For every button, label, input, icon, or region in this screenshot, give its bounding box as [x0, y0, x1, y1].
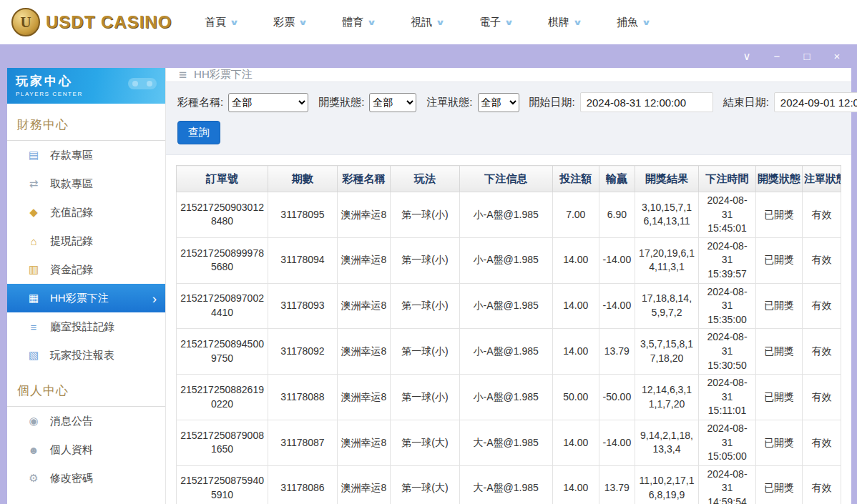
order-status-filter: 注單狀態: 全部	[426, 93, 519, 112]
nav-item-label: 棋牌	[548, 16, 569, 29]
sidebar-item[interactable]: ◆充值記錄	[7, 198, 165, 227]
sidebar-item-label: 充值記錄	[50, 206, 93, 219]
table-row: 215217250899978568031178094澳洲幸运8第一球(小)小-…	[177, 237, 841, 283]
nav-item[interactable]: 體育∨	[342, 16, 375, 29]
sidebar-item[interactable]: ⇄取款專區	[7, 169, 165, 198]
menu-icon[interactable]: ≡	[179, 68, 187, 81]
cell-win-loss: -14.00	[599, 283, 635, 329]
column-header: 開獎結果	[635, 166, 698, 192]
cell-order-no: 2152172508826190220	[177, 375, 268, 420]
nav-item-label: 首頁	[205, 16, 226, 29]
cell-bet-time: 2024-08-31 15:45:01	[699, 192, 756, 238]
cell-draw-result: 12,14,6,3,11,1,7,20	[635, 375, 698, 420]
breadcrumb: ≡ HH彩票下注	[166, 68, 851, 81]
sidebar-item-label: 個人資料	[50, 443, 93, 457]
nav-item[interactable]: 電子∨	[479, 16, 512, 29]
cell-period: 31178095	[268, 192, 338, 238]
window-minimize-button[interactable]: −	[771, 51, 783, 61]
cell-play-type: 第一球(大)	[391, 420, 460, 465]
chevron-right-icon: ›	[152, 292, 157, 305]
nav-item-label: 視訊	[411, 16, 432, 29]
draw-status-filter: 開獎狀態: 全部	[318, 93, 416, 112]
cell-bet-time: 2024-08-31 15:11:01	[699, 375, 756, 420]
sidebar-item[interactable]: ▦HH彩票下注›	[7, 284, 165, 312]
lottery-name-select[interactable]: 全部	[228, 93, 308, 112]
sidebar-item[interactable]: ≡廳室投註記錄	[7, 312, 165, 341]
logo-text: USDT CASINO	[46, 12, 172, 32]
sidebar-item[interactable]: ▥資金記錄	[7, 255, 165, 284]
start-date-input[interactable]	[580, 92, 713, 112]
sidebar-item[interactable]: ☻個人資料	[7, 435, 165, 464]
end-date-filter: 結束日期:	[723, 92, 857, 112]
room-bet-record-icon: ≡	[27, 321, 40, 333]
cell-win-loss: -50.00	[599, 375, 635, 420]
window-close-button[interactable]: ×	[831, 51, 843, 61]
chevron-down-icon: ∨	[298, 18, 308, 27]
column-header: 輸贏	[599, 166, 635, 192]
chevron-down-icon: ∨	[230, 18, 239, 27]
query-button[interactable]: 查詢	[177, 121, 220, 144]
nav-item[interactable]: 捕魚∨	[617, 16, 650, 29]
cell-draw-result: 11,10,2,17,16,8,19,9	[635, 465, 698, 504]
site-logo[interactable]: U USDT CASINO	[11, 8, 172, 36]
cell-bet-time: 2024-08-31 15:35:00	[699, 283, 756, 329]
table-header: 訂單號期數彩種名稱玩法下注信息投注額輸贏開獎結果下注時間開獎狀態注單狀態	[177, 166, 841, 192]
nav-menu: 首頁∨彩票∨體育∨視訊∨電子∨棋牌∨捕魚∨	[205, 16, 650, 29]
window-titlebar: ∨−□×	[7, 44, 851, 68]
cell-win-loss: -14.00	[599, 420, 635, 465]
table-row: 215217250894500975031178092澳洲幸运8第一球(小)小-…	[177, 329, 841, 375]
sidebar-section-header: 財務中心	[7, 112, 165, 141]
sidebar-item[interactable]: ⚙修改密碼	[7, 464, 165, 493]
player-center-window: ∨−□× 玩家中心 PLAYERS CENTER 財務中心▤存款專區⇄取款專區◆…	[0, 44, 857, 504]
nav-item[interactable]: 彩票∨	[273, 16, 306, 29]
cell-order-no: 2152172508790081650	[177, 420, 268, 465]
chevron-down-icon: ∨	[573, 18, 582, 27]
sidebar-item[interactable]: ▤存款專區	[7, 141, 165, 169]
cell-bet-amount: 7.00	[552, 192, 599, 238]
sidebar-item[interactable]: ⌂提現記錄	[7, 227, 165, 255]
cell-order-no: 2152172508945009750	[177, 329, 268, 375]
cell-period: 31178094	[268, 237, 338, 283]
cell-order-status: 有效	[803, 237, 841, 283]
cell-play-type: 第一球(小)	[391, 283, 460, 329]
bets-table-grid: 訂單號期數彩種名稱玩法下注信息投注額輸贏開獎結果下注時間開獎狀態注單狀態 215…	[176, 165, 841, 504]
nav-item[interactable]: 首頁∨	[205, 16, 237, 29]
window-collapse-button[interactable]: ∨	[741, 51, 753, 61]
cell-lottery-name: 澳洲幸运8	[337, 329, 390, 375]
column-header: 投注額	[552, 166, 599, 192]
sidebar-item-label: 取款專區	[50, 177, 93, 191]
sidebar-section-header: 代理中心	[7, 501, 165, 504]
draw-status-select[interactable]: 全部	[369, 93, 416, 112]
cell-lottery-name: 澳洲幸运8	[337, 420, 390, 465]
sidebar-item[interactable]: ◉消息公告	[7, 407, 165, 435]
cell-bet-amount: 14.00	[552, 283, 599, 329]
cell-lottery-name: 澳洲幸运8	[337, 192, 390, 238]
column-header: 注單狀態	[803, 166, 841, 192]
filter-actions: 查詢	[177, 121, 840, 144]
cell-period: 31178086	[268, 465, 338, 504]
cell-draw-status: 已開獎	[756, 329, 803, 375]
cell-order-status: 有效	[803, 329, 841, 375]
lottery-name-label: 彩種名稱:	[177, 96, 223, 109]
announcement-icon: ◉	[27, 415, 40, 428]
cell-bet-info: 小-A盤@1.985	[459, 329, 552, 375]
cell-play-type: 第一球(小)	[391, 375, 460, 420]
sidebar-section-header: 個人中心	[7, 378, 165, 407]
chevron-down-icon: ∨	[642, 18, 651, 27]
page-title: HH彩票下注	[194, 68, 253, 81]
cell-draw-result: 9,14,2,1,18,13,3,4	[635, 420, 698, 465]
sidebar-item[interactable]: ▧玩家投注報表	[7, 341, 165, 370]
window-maximize-button[interactable]: □	[801, 51, 813, 61]
cell-period: 31178092	[268, 329, 338, 375]
cell-draw-status: 已開獎	[756, 237, 803, 283]
end-date-label: 結束日期:	[723, 96, 769, 109]
cell-bet-info: 小-A盤@1.985	[459, 375, 552, 420]
nav-item[interactable]: 棋牌∨	[548, 16, 581, 29]
order-status-select[interactable]: 全部	[478, 93, 519, 112]
cell-order-no: 2152172509030128480	[177, 192, 268, 238]
page: U USDT CASINO 首頁∨彩票∨體育∨視訊∨電子∨棋牌∨捕魚∨ ∨−□×…	[0, 0, 857, 504]
end-date-input[interactable]	[774, 92, 857, 112]
cell-period: 31178088	[268, 375, 338, 420]
nav-item[interactable]: 視訊∨	[411, 16, 444, 29]
cell-order-no: 2152172508759405910	[177, 465, 268, 504]
